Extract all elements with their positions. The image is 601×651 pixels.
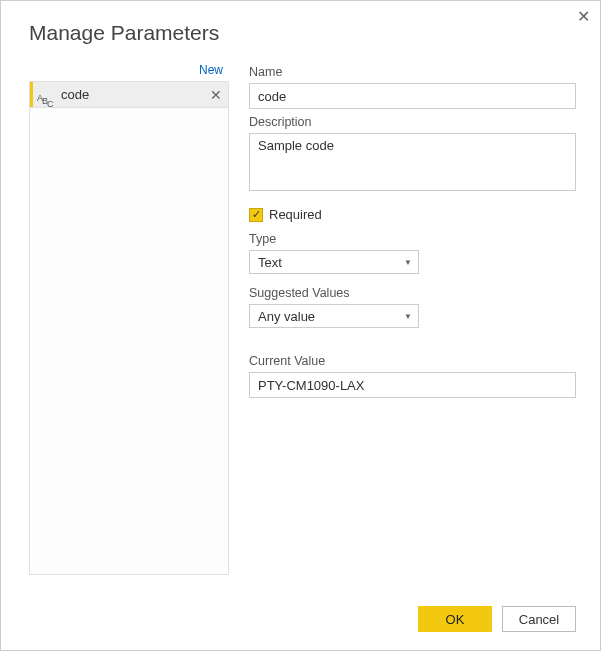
- type-label: Type: [249, 232, 576, 246]
- type-select[interactable]: Text ▼: [249, 250, 419, 274]
- required-checkbox[interactable]: ✓: [249, 208, 263, 222]
- new-parameter-link[interactable]: New: [29, 63, 229, 77]
- cancel-button[interactable]: Cancel: [502, 606, 576, 632]
- parameter-list-panel: New ABC code ✕: [29, 63, 229, 575]
- close-icon[interactable]: ✕: [577, 7, 590, 26]
- dialog-title: Manage Parameters: [1, 1, 600, 45]
- parameter-list: ABC code ✕: [29, 81, 229, 575]
- description-input[interactable]: [249, 133, 576, 191]
- suggested-values-select[interactable]: Any value ▼: [249, 304, 419, 328]
- selection-accent: [30, 82, 33, 107]
- chevron-down-icon: ▼: [404, 312, 412, 321]
- suggested-values-select-value: Any value: [258, 309, 315, 324]
- manage-parameters-dialog: ✕ Manage Parameters New ABC code ✕ Name …: [0, 0, 601, 651]
- name-input[interactable]: [249, 83, 576, 109]
- current-value-input[interactable]: [249, 372, 576, 398]
- dialog-body: New ABC code ✕ Name Description ✓ Re: [1, 45, 600, 575]
- suggested-values-label: Suggested Values: [249, 286, 576, 300]
- type-select-value: Text: [258, 255, 282, 270]
- parameter-row-label: code: [55, 87, 204, 102]
- required-row: ✓ Required: [249, 207, 576, 222]
- parameter-row[interactable]: ABC code ✕: [30, 82, 228, 108]
- parameter-form: Name Description ✓ Required Type Text ▼ …: [249, 63, 576, 575]
- required-label: Required: [269, 207, 322, 222]
- description-label: Description: [249, 115, 576, 129]
- name-label: Name: [249, 65, 576, 79]
- ok-button[interactable]: OK: [418, 606, 492, 632]
- dialog-footer: OK Cancel: [418, 606, 576, 632]
- current-value-label: Current Value: [249, 354, 576, 368]
- chevron-down-icon: ▼: [404, 258, 412, 267]
- delete-parameter-icon[interactable]: ✕: [204, 87, 228, 103]
